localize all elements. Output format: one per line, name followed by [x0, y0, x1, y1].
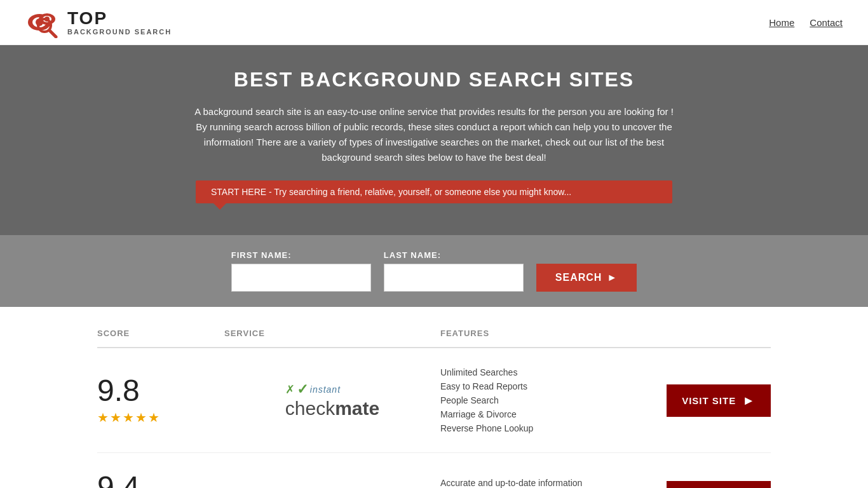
nav-home[interactable]: Home	[769, 17, 794, 28]
visit-column-1: VISIT SITE ►	[656, 384, 771, 417]
search-arrow-icon: ►	[607, 272, 618, 283]
checkmate-instant-text: instant	[310, 384, 341, 395]
logo: TOP BACKGROUND SEARCH	[25, 6, 172, 38]
table-row: 9.8 ★ ★ ★ ★ ★ ✗ ✓ instant checkmate	[97, 348, 771, 453]
checkmate-check-icon: ✓	[297, 381, 308, 398]
feature-item: Unlimited Searches	[440, 367, 656, 377]
checkmate-logo-top: ✗ ✓ instant	[285, 381, 341, 398]
checkmate-x-icon: ✗	[285, 383, 295, 396]
star-2: ★	[110, 410, 121, 425]
checkmate-logo: ✗ ✓ instant checkmate	[285, 381, 379, 419]
last-name-input[interactable]	[384, 264, 524, 292]
results-table: SCORE SERVICE FEATURES 9.8 ★ ★ ★ ★ ★ ✗ ✓…	[85, 320, 783, 488]
last-name-label: LAST NAME:	[384, 250, 524, 260]
checkmate-bold-text: mate	[335, 398, 379, 419]
features-column-2: Accurate and up-to-date information Unli…	[440, 478, 656, 488]
nav-contact[interactable]: Contact	[810, 17, 843, 28]
svg-line-8	[50, 30, 56, 37]
checkmate-name: checkmate	[285, 398, 379, 419]
search-bar: FIRST NAME: LAST NAME: SEARCH ►	[0, 235, 868, 307]
callout-text: START HERE - Try searching a friend, rel…	[211, 187, 571, 197]
feature-item: People Search	[440, 395, 656, 405]
stars-1: ★ ★ ★ ★ ★	[97, 410, 159, 425]
score-column-1: 9.8 ★ ★ ★ ★ ★	[97, 376, 224, 425]
score-column-2: 9.4 ★ ★ ★ ★ ★	[97, 472, 224, 488]
features-column-1: Unlimited Searches Easy to Read Reports …	[440, 367, 656, 433]
service-column-1: ✗ ✓ instant checkmate	[224, 381, 440, 419]
star-4: ★	[135, 410, 147, 425]
feature-item: Marriage & Divorce	[440, 409, 656, 419]
logo-icon	[25, 6, 64, 38]
visit-column-2: VISIT SITE ►	[656, 481, 771, 489]
hero-section: BEST BACKGROUND SEARCH SITES A backgroun…	[0, 45, 868, 235]
first-name-label: FIRST NAME:	[231, 250, 371, 260]
main-nav: Home Contact	[769, 17, 843, 28]
first-name-input[interactable]	[231, 264, 371, 292]
visit-arrow-icon-1: ►	[742, 393, 756, 408]
visit-site-button-1[interactable]: VISIT SITE ►	[667, 384, 771, 417]
feature-item: Reverse Phone Lookup	[440, 423, 656, 433]
hero-description: A background search site is an easy-to-u…	[193, 104, 675, 165]
logo-bottom: BACKGROUND SEARCH	[67, 28, 172, 36]
score-header: SCORE	[97, 329, 224, 338]
search-button-label: SEARCH	[555, 272, 602, 283]
checkmate-text: check	[285, 398, 335, 419]
action-header	[656, 329, 771, 338]
table-row: 9.4 ★ ★ ★ ★ ★ PeopleLooker Accurate and …	[97, 453, 771, 488]
search-button[interactable]: SEARCH ►	[536, 264, 637, 292]
table-header-row: SCORE SERVICE FEATURES	[97, 320, 771, 348]
score-value-1: 9.8	[97, 376, 140, 406]
visit-site-label-1: VISIT SITE	[682, 395, 736, 406]
features-header: FEATURES	[440, 329, 656, 338]
star-1: ★	[97, 410, 109, 425]
first-name-field-group: FIRST NAME:	[231, 250, 371, 292]
logo-text: TOP BACKGROUND SEARCH	[67, 9, 172, 36]
score-value-2: 9.4	[97, 472, 140, 488]
callout-banner: START HERE - Try searching a friend, rel…	[196, 180, 672, 203]
service-header: SERVICE	[224, 329, 440, 338]
star-3: ★	[123, 410, 134, 425]
feature-item: Accurate and up-to-date information	[440, 478, 656, 488]
logo-top: TOP	[67, 9, 172, 29]
last-name-field-group: LAST NAME:	[384, 250, 524, 292]
feature-item: Easy to Read Reports	[440, 381, 656, 391]
site-header: TOP BACKGROUND SEARCH Home Contact	[0, 0, 868, 45]
star-5: ★	[148, 410, 159, 425]
visit-site-button-2[interactable]: VISIT SITE ►	[667, 481, 771, 489]
hero-title: BEST BACKGROUND SEARCH SITES	[13, 68, 855, 92]
